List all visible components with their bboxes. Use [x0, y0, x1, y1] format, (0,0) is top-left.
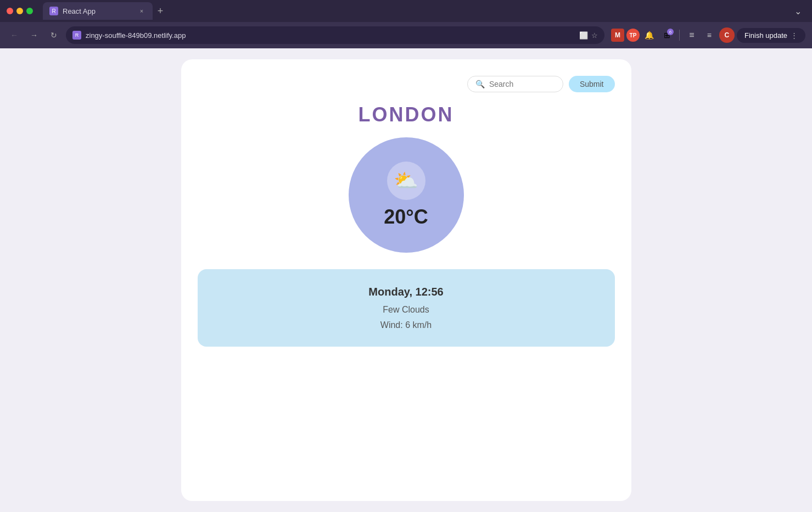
search-icon: 🔍: [475, 80, 485, 88]
toolbar-divider: [679, 30, 680, 41]
screen-cast-icon[interactable]: ⬜: [579, 31, 588, 40]
search-row: 🔍 Submit: [198, 76, 615, 92]
list-icon[interactable]: ≡: [702, 27, 717, 43]
maximize-window-button[interactable]: [26, 8, 33, 14]
search-input[interactable]: [489, 80, 555, 88]
weather-description: Few Clouds: [214, 305, 598, 315]
url-text: zingy-souffle-849b09.netlify.app: [86, 31, 575, 40]
profile-avatar[interactable]: C: [719, 27, 735, 43]
weather-circle-container: ⛅ 20°C: [198, 137, 615, 253]
forward-button[interactable]: →: [26, 27, 42, 43]
tab-overflow-button[interactable]: ⌄: [790, 3, 805, 19]
submit-button[interactable]: Submit: [569, 76, 615, 92]
new-tab-button[interactable]: +: [153, 3, 168, 19]
more-options-icon[interactable]: ⋮: [791, 31, 798, 40]
title-bar: R React App × + ⌄: [0, 0, 812, 22]
bookmark-icon[interactable]: ☆: [591, 31, 598, 40]
back-button[interactable]: ←: [7, 27, 22, 43]
minimize-window-button[interactable]: [16, 8, 23, 14]
menu-icon[interactable]: ≡: [684, 27, 699, 43]
tp-extension-icon[interactable]: TP: [626, 29, 640, 42]
browser-window: R React App × + ⌄ ← → ↻ R: [0, 0, 812, 512]
nav-bar: ← → ↻ R zingy-souffle-849b09.netlify.app…: [0, 22, 812, 48]
search-wrapper: 🔍: [467, 76, 563, 92]
finish-update-button[interactable]: Finish update ⋮: [737, 28, 805, 43]
tab-bar: R React App × + ⌄: [43, 2, 805, 20]
weather-circle: ⛅ 20°C: [349, 137, 464, 253]
temperature-display: 20°C: [384, 205, 428, 229]
city-name: LONDON: [198, 103, 615, 126]
tab-favicon: R: [49, 7, 58, 15]
weather-details-card: Monday, 12:56 Few Clouds Wind: 6 km/h: [198, 269, 615, 347]
tab-title: React App: [63, 7, 96, 15]
browser-content: 🔍 Submit LONDON ⛅ 20°C: [0, 48, 812, 512]
weather-card: 🔍 Submit LONDON ⛅ 20°C: [181, 59, 631, 501]
page-container: 🔍 Submit LONDON ⛅ 20°C: [0, 48, 812, 512]
toolbar-icons: M TP 🔔 ⊞ 6 ≡ ≡ C Finish update: [611, 27, 805, 43]
address-bar[interactable]: R zingy-souffle-849b09.netlify.app ⬜ ☆: [66, 26, 604, 44]
date-time: Monday, 12:56: [214, 286, 598, 298]
traffic-lights: [7, 8, 33, 14]
bell-icon[interactable]: 🔔: [642, 27, 657, 43]
extensions-badge: 6: [667, 29, 674, 35]
reload-button[interactable]: ↻: [46, 27, 61, 43]
address-icons: ⬜ ☆: [579, 31, 598, 40]
close-window-button[interactable]: [7, 8, 13, 14]
site-favicon: R: [72, 31, 81, 40]
m-extension-icon[interactable]: M: [611, 29, 624, 42]
browser-tab[interactable]: R React App ×: [43, 2, 153, 20]
tab-close-button[interactable]: ×: [137, 7, 146, 15]
wind-info: Wind: 6 km/h: [214, 320, 598, 330]
weather-icon: ⛅: [387, 162, 425, 200]
extensions-icon[interactable]: ⊞ 6: [659, 27, 675, 43]
